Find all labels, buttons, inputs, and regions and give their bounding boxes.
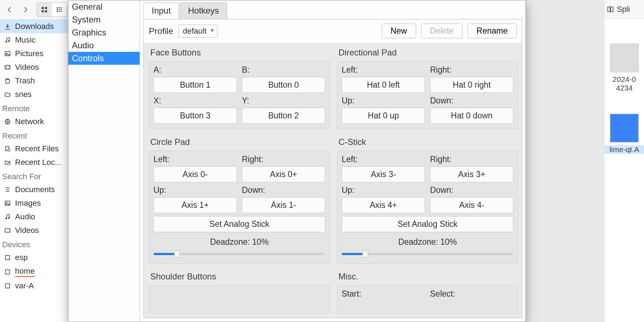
place-snes[interactable]: snes [0,88,71,101]
place-recent-files[interactable]: Recent Files [0,142,71,156]
file-name-selected: lime-qt.A [605,145,644,154]
svg-point-10 [5,41,7,43]
svg-rect-3 [45,10,47,13]
place-recent-locations[interactable]: Recent Loc... [0,156,71,169]
bind-circle-right[interactable]: Axis 0+ [242,166,325,182]
svg-rect-9 [59,11,62,12]
label-b: B: [242,65,325,75]
bind-circle-left[interactable]: Axis 0- [153,166,237,182]
set-analog-circle[interactable]: Set Analog Stick [153,216,325,232]
icon-view-button[interactable] [37,3,52,16]
profile-select[interactable]: default [178,25,218,38]
bind-cstick-up[interactable]: Axis 4+ [342,197,425,213]
place-videos[interactable]: Videos [0,60,71,74]
bind-cstick-left[interactable]: Axis 3- [342,166,425,182]
tab-hotkeys[interactable]: Hotkeys [180,3,227,19]
search-images[interactable]: Images [0,196,71,210]
device-var-a[interactable]: var-A [0,279,71,293]
recent-locations-icon [4,159,11,166]
picture-icon [4,200,11,206]
group-title-circle: Circle Pad [150,137,328,147]
chevron-right-icon [22,6,29,13]
label-circle-up: Up: [153,185,237,195]
place-label: Videos [15,63,39,72]
tab-input[interactable]: Input [143,3,179,19]
file-thumb-selected[interactable] [610,114,639,142]
devices-heading: Devices [0,237,71,251]
search-audio[interactable]: Audio [0,210,71,224]
bind-a[interactable]: Button 1 [153,77,237,93]
place-label: Pictures [15,49,43,58]
controls-scroll-area[interactable]: Face Buttons A: Button 1 B: Button 0 [144,43,522,318]
label-cstick-left: Left: [342,155,425,164]
category-graphics[interactable]: Graphics [68,26,140,39]
search-documents[interactable]: Documents [0,183,71,196]
search-heading: Search For [0,169,71,183]
drive-icon [4,283,11,289]
deadzone-circle-label: Deadzone: 10% [153,237,325,247]
place-label: Downloads [15,22,54,31]
remote-heading: Remote [0,101,71,115]
group-title-dpad: Directional Pad [338,48,517,58]
svg-point-24 [8,217,10,219]
rename-profile-button[interactable]: Rename [468,24,517,38]
bind-dpad-left[interactable]: Hat 0 left [342,77,425,93]
compact-list-icon [56,6,63,13]
group-misc: Misc. Start: Select: [337,269,518,318]
label-cstick-right: Right: [430,155,513,164]
deadzone-cstick-label: Deadzone: 10% [342,237,513,247]
svg-point-23 [5,218,7,219]
place-music[interactable]: Music [0,33,71,47]
group-title-cstick: C-Stick [338,137,517,147]
bind-circle-up[interactable]: Axis 1+ [153,197,237,213]
list-view-button[interactable] [52,3,67,16]
bind-cstick-right[interactable]: Axis 3+ [430,166,513,182]
category-general[interactable]: General [68,0,140,13]
svg-rect-5 [59,8,62,8]
category-audio[interactable]: Audio [68,39,140,52]
svg-rect-0 [42,7,44,9]
profile-label: Profile [149,26,173,36]
chevron-left-icon [6,6,13,13]
video-icon [4,227,11,234]
back-button[interactable] [2,3,17,17]
category-system[interactable]: System [68,13,140,26]
category-list: General System Graphics Audio Controls [68,0,140,322]
split-button-label[interactable]: Spli [617,5,630,14]
place-pictures[interactable]: Pictures [0,47,71,60]
folder-icon [4,91,11,98]
bind-circle-down[interactable]: Axis 1- [242,197,325,213]
bind-cstick-down[interactable]: Axis 4- [430,197,513,213]
file-thumb[interactable] [610,44,639,72]
bind-x[interactable]: Button 3 [153,108,237,124]
svg-rect-25 [5,229,10,233]
place-downloads[interactable]: Downloads [0,20,71,33]
music-icon [4,37,11,43]
bind-dpad-down[interactable]: Hat 0 down [430,108,513,124]
search-videos[interactable]: Videos [0,224,71,237]
trash-icon [4,78,11,84]
device-esp[interactable]: esp [0,251,71,264]
place-trash[interactable]: Trash [0,74,71,88]
file-manager-toolbar [0,0,71,20]
new-profile-button[interactable]: New [382,24,416,38]
device-home[interactable]: home [0,264,71,279]
tab-panel-input: Profile default New Delete Rename Face B… [143,19,522,318]
bind-dpad-up[interactable]: Hat 0 up [342,108,425,124]
deadzone-cstick-slider[interactable] [342,250,513,258]
set-analog-cstick[interactable]: Set Analog Stick [342,216,513,232]
bind-dpad-right[interactable]: Hat 0 right [430,77,513,93]
place-network[interactable]: Network [0,115,71,128]
forward-button[interactable] [18,3,33,17]
group-circle-pad: Circle Pad Left: Axis 0- Right: Axis 0+ [149,135,330,269]
bind-b[interactable]: Button 0 [242,77,325,93]
category-controls[interactable]: Controls [68,52,140,65]
place-label: Recent Loc... [15,158,62,167]
bind-y[interactable]: Button 2 [242,108,325,124]
file-number: 4234 [605,84,644,92]
label-cstick-up: Up: [342,185,425,195]
deadzone-circle-slider[interactable] [153,250,325,258]
file-manager-right-pane: Spli 2024-0 4234 lime-qt.A [605,0,644,322]
place-label: Network [15,117,44,126]
label-circle-right: Right: [242,155,325,164]
